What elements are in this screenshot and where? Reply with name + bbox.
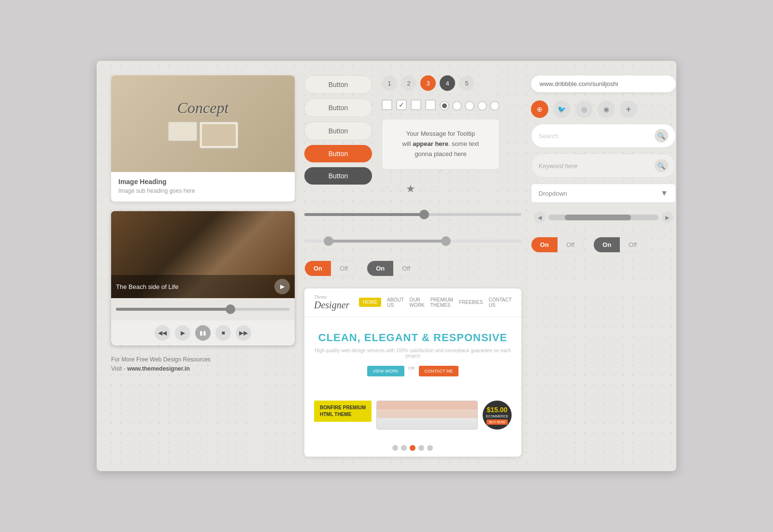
- keyword-bar[interactable]: Keyword here 🔍: [531, 154, 676, 178]
- card-subheading: Image sub heading goes here: [118, 187, 287, 194]
- stop-button[interactable]: ■: [215, 325, 231, 341]
- next-button[interactable]: ▶▶: [236, 325, 251, 341]
- checkbox-1[interactable]: [382, 100, 392, 110]
- radio-4[interactable]: [477, 101, 487, 111]
- scroll-track[interactable]: [548, 215, 658, 220]
- hero-view-work-btn[interactable]: VIEW WORK: [367, 366, 405, 376]
- nav-themes[interactable]: PREMIUM THEMES: [430, 297, 453, 308]
- page-4[interactable]: 4: [440, 75, 455, 91]
- toggles-row: On Off On Off: [304, 260, 521, 276]
- rss-icon[interactable]: ◎: [575, 101, 593, 118]
- tooltip-line1: Your Message for Tooltip: [392, 129, 489, 139]
- dot-3-active[interactable]: [410, 445, 415, 451]
- toggle-switch-1: On Off: [304, 260, 357, 276]
- button-1[interactable]: Button: [304, 75, 372, 94]
- footer-line1: For More Free Web Design Resources: [111, 355, 295, 364]
- right-toggle-1-off[interactable]: Off: [558, 237, 583, 252]
- button-4-orange[interactable]: Button: [304, 145, 372, 162]
- card-body: Image Heading Image sub heading goes her…: [111, 172, 295, 201]
- card-heading: Image Heading: [118, 178, 287, 186]
- button-3[interactable]: Button: [304, 122, 372, 140]
- buy-now-btn[interactable]: BUY NOW: [487, 419, 507, 425]
- toggle-2-on[interactable]: On: [367, 261, 393, 276]
- button-2[interactable]: Button: [304, 99, 372, 117]
- search-bar[interactable]: Search 🔍: [531, 124, 676, 148]
- toggle-1-off[interactable]: Off: [331, 261, 357, 276]
- right-toggle-2: On Off: [593, 237, 646, 253]
- preview-nav-links: HOME ABOUT US OUR WORK PREMIUM THEMES FR…: [359, 297, 512, 308]
- url-text: www.dribbble.com/suniljoshi: [540, 80, 618, 87]
- dot-5[interactable]: [427, 445, 433, 451]
- preview-hero: CLEAN, ELEGANT & RESPONSIVE High quality…: [304, 317, 521, 401]
- star-rating: ☆ ☆ ★ ☆ ☆: [382, 183, 500, 195]
- right-toggle-1: On Off: [531, 237, 584, 253]
- star-5[interactable]: ☆: [430, 183, 440, 195]
- dot-1[interactable]: [392, 445, 398, 451]
- social-icons: ⊕ 🐦 ◎ ◉ +: [531, 101, 676, 118]
- scroll-thumb[interactable]: [565, 215, 631, 220]
- hero-title: CLEAN, ELEGANT & RESPONSIVE: [314, 331, 512, 344]
- radio-1-selected[interactable]: [440, 101, 449, 111]
- search-button[interactable]: 🔍: [655, 129, 668, 143]
- page-1[interactable]: 1: [382, 75, 397, 91]
- play-button[interactable]: ▶: [175, 325, 190, 341]
- scroll-left-arrow[interactable]: ◀: [534, 212, 545, 223]
- twitter-icon[interactable]: 🐦: [553, 101, 571, 118]
- logo-bottom: Designer: [314, 300, 349, 310]
- keyword-search-button[interactable]: 🔍: [655, 159, 668, 173]
- right-toggle-2-off[interactable]: Off: [620, 237, 645, 252]
- video-thumbnail: The Beach side of Life ▶: [111, 211, 295, 298]
- star-3-active[interactable]: ★: [406, 183, 415, 195]
- hero-contact-btn[interactable]: CONTACT ME: [419, 366, 459, 376]
- mid-top-section: Button Button Button Button Button 1 2 3…: [304, 75, 521, 195]
- checkbox-2-checked[interactable]: ✓: [396, 100, 407, 110]
- left-column: Concept Image Heading Image sub headin: [111, 75, 295, 456]
- nav-work[interactable]: OUR WORK: [410, 297, 425, 308]
- radio-5[interactable]: [490, 101, 500, 111]
- star-4[interactable]: ☆: [418, 183, 428, 195]
- right-toggles-row: On Off On Off: [531, 237, 676, 253]
- button-5-dark[interactable]: Button: [304, 167, 372, 185]
- nav-home[interactable]: HOME: [359, 298, 381, 307]
- video-title: The Beach side of Life: [116, 283, 178, 290]
- toggle-2-off[interactable]: Off: [393, 261, 419, 276]
- nav-freebies[interactable]: FREEBIES: [459, 300, 483, 305]
- blogger-icon[interactable]: ◉: [598, 101, 615, 118]
- footer-link[interactable]: www.themedesigner.in: [127, 365, 190, 372]
- right-toggle-2-on[interactable]: On: [594, 237, 620, 252]
- add-icon[interactable]: +: [620, 101, 637, 118]
- preview-screenshot: [376, 401, 478, 430]
- dot-2[interactable]: [401, 445, 407, 451]
- checkbox-3[interactable]: [411, 100, 421, 110]
- dropdown[interactable]: Dropdown ▼: [531, 184, 676, 203]
- nav-contact[interactable]: CONTACT US: [488, 297, 511, 308]
- page-5[interactable]: 5: [459, 75, 474, 91]
- scroll-right-arrow[interactable]: ▶: [661, 212, 673, 223]
- toggle-1-on[interactable]: On: [305, 261, 331, 276]
- slider-1-track[interactable]: [304, 213, 521, 216]
- nav-about[interactable]: ABOUT US: [387, 297, 403, 308]
- dribbble-icon[interactable]: ⊕: [531, 101, 548, 118]
- button-group: Button Button Button Button Button: [304, 75, 372, 195]
- video-play-icon[interactable]: ▶: [274, 279, 290, 294]
- pause-button[interactable]: ▮▮: [195, 325, 211, 341]
- dot-4[interactable]: [418, 445, 424, 451]
- star-1[interactable]: ☆: [382, 183, 391, 195]
- hero-subtitle: High quality web design services with 10…: [314, 348, 512, 359]
- dropdown-arrow-icon: ▼: [660, 189, 668, 198]
- slider-2-track[interactable]: [304, 240, 521, 243]
- concept-mockup: Concept: [111, 75, 295, 172]
- prev-button[interactable]: ◀◀: [155, 325, 170, 341]
- page-2[interactable]: 2: [401, 75, 416, 91]
- search-placeholder-text: Search: [539, 132, 558, 140]
- video-progress-bar[interactable]: [116, 308, 290, 311]
- right-toggle-1-on[interactable]: On: [531, 237, 558, 252]
- page-3-active[interactable]: 3: [420, 75, 436, 91]
- preview-logo: Theme Designer: [314, 294, 349, 311]
- radio-2[interactable]: [452, 101, 462, 111]
- dropdown-label: Dropdown: [539, 190, 567, 197]
- footer-line2: Visit - www.themedesigner.in: [111, 364, 295, 374]
- checkbox-4[interactable]: [425, 100, 436, 110]
- star-2[interactable]: ☆: [394, 183, 403, 195]
- radio-3[interactable]: [465, 101, 474, 111]
